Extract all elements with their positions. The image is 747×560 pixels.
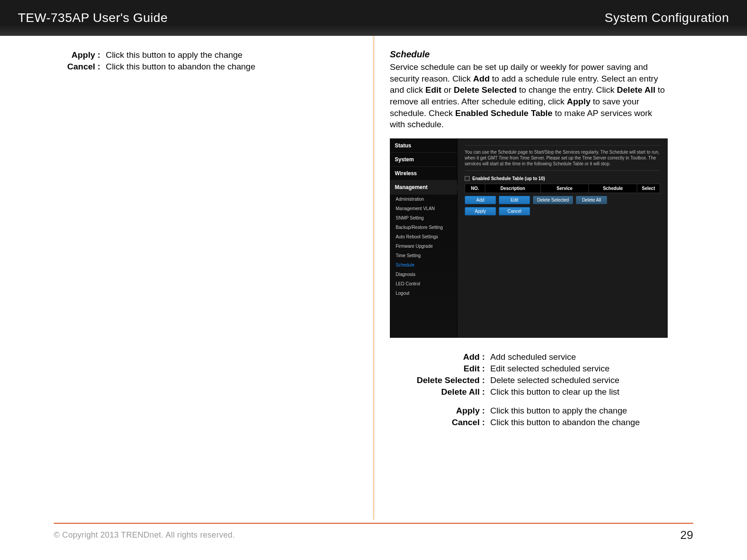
th-desc: Description <box>485 184 541 193</box>
def-desc: Click this button to clear up the list <box>488 386 640 398</box>
nav-sub-time[interactable]: Time Setting <box>390 251 457 260</box>
schedule-body: Service schedule can be set up daily or … <box>390 61 668 130</box>
def-term: Delete All : <box>417 386 488 398</box>
th-no: NO. <box>465 184 485 193</box>
def-row: Apply : Click this button to apply the c… <box>67 49 255 61</box>
edit-button[interactable]: Edit <box>499 196 530 204</box>
def-row: Delete Selected : Delete selected schedu… <box>417 375 640 386</box>
nav-sub-logout[interactable]: Logout <box>390 289 457 298</box>
def-row: Cancel : Click this button to abandon th… <box>67 61 255 73</box>
nav-system[interactable]: System <box>390 153 457 167</box>
nav-sub-diagnosis[interactable]: Diagnosis <box>390 270 457 279</box>
bold: Apply <box>567 97 591 106</box>
nav-sub-led[interactable]: LED Control <box>390 279 457 289</box>
doc-section: System Configuration <box>605 11 729 25</box>
enable-label: Enabled Schedule Table (up to 10) <box>472 176 545 181</box>
bold: Delete Selected <box>454 85 517 95</box>
page-spine <box>372 36 376 520</box>
text: to change the entry. Click <box>517 85 617 95</box>
right-definition-list: Add : Add scheduled service Edit : Edit … <box>417 351 640 428</box>
def-desc: Delete selected scheduled service <box>488 375 640 386</box>
nav-status[interactable]: Status <box>390 139 457 153</box>
def-row: Edit : Edit selected scheduled service <box>417 363 640 375</box>
bold: Add <box>473 74 490 83</box>
nav-sub-vlan[interactable]: Management VLAN <box>390 204 457 213</box>
def-term: Add : <box>417 351 488 363</box>
nav-sub-backup[interactable]: Backup/Restore Setting <box>390 223 457 232</box>
nav-sub-autoreboot[interactable]: Auto Reboot Settings <box>390 232 457 241</box>
copyright: © Copyright 2013 TRENDnet. All rights re… <box>54 530 235 540</box>
router-main-panel: You can use the Schedule page to Start/S… <box>458 139 667 337</box>
add-button[interactable]: Add <box>465 196 496 204</box>
router-sidebar: Status System Wireless Management Admini… <box>390 139 458 337</box>
router-ui-screenshot: Status System Wireless Management Admini… <box>390 138 668 338</box>
delete-all-button[interactable]: Delete All <box>576 196 607 204</box>
th-service: Service <box>541 184 589 193</box>
bold: Enabled Schedule Table <box>455 108 553 118</box>
nav-sub-firmware[interactable]: Firmware Upgrade <box>390 241 457 251</box>
left-column: Apply : Click this button to apply the c… <box>67 49 345 73</box>
enable-checkbox[interactable] <box>465 176 470 181</box>
def-desc: Add scheduled service <box>488 351 640 363</box>
page-number: 29 <box>680 528 693 542</box>
schedule-enable-row: Enabled Schedule Table (up to 10) <box>465 176 660 181</box>
header-bar: TEW-735AP User's Guide System Configurat… <box>0 0 747 36</box>
nav-sub-admin[interactable]: Administration <box>390 194 457 204</box>
def-desc: Click this button to abandon the change <box>104 61 255 73</box>
def-row: Apply : Click this button to apply the c… <box>417 398 640 417</box>
def-desc: Edit selected scheduled service <box>488 363 640 375</box>
router-hint-text: You can use the Schedule page to Start/S… <box>465 145 660 171</box>
text: or <box>441 85 453 95</box>
button-row-2: Apply Cancel <box>465 207 660 215</box>
page-body: Apply : Click this button to apply the c… <box>0 36 747 520</box>
apply-button[interactable]: Apply <box>465 207 496 215</box>
schedule-table-header: NO. Description Service Schedule Select <box>465 184 660 193</box>
delete-selected-button[interactable]: Delete Selected <box>533 196 573 204</box>
bold: Edit <box>425 85 441 95</box>
footer: © Copyright 2013 TRENDnet. All rights re… <box>54 523 693 542</box>
def-row: Add : Add scheduled service <box>417 351 640 363</box>
def-row: Delete All : Click this button to clear … <box>417 386 640 398</box>
def-desc: Click this button to apply the change <box>104 49 255 61</box>
th-schedule: Schedule <box>589 184 637 193</box>
nav-wireless[interactable]: Wireless <box>390 167 457 181</box>
right-column: Schedule Service schedule can be set up … <box>390 49 668 428</box>
nav-sub-schedule[interactable]: Schedule <box>390 260 457 270</box>
nav-sub-snmp[interactable]: SNMP Setting <box>390 213 457 223</box>
def-desc: Click this button to apply the change <box>488 398 640 417</box>
left-definition-list: Apply : Click this button to apply the c… <box>67 49 255 73</box>
def-row: Cancel : Click this button to abandon th… <box>417 417 640 428</box>
def-term: Cancel : <box>417 417 488 428</box>
nav-management[interactable]: Management <box>390 181 457 194</box>
button-row-1: Add Edit Delete Selected Delete All <box>465 196 660 204</box>
th-select: Select <box>637 184 660 193</box>
def-term: Apply : <box>67 49 104 61</box>
cancel-button[interactable]: Cancel <box>499 207 530 215</box>
def-term: Apply : <box>417 398 488 417</box>
def-term: Edit : <box>417 363 488 375</box>
def-term: Cancel : <box>67 61 104 73</box>
doc-title: TEW-735AP User's Guide <box>18 11 168 25</box>
def-desc: Click this button to abandon the change <box>488 417 640 428</box>
def-term: Delete Selected : <box>417 375 488 386</box>
bold: Delete All <box>617 85 656 95</box>
schedule-heading: Schedule <box>390 49 668 60</box>
